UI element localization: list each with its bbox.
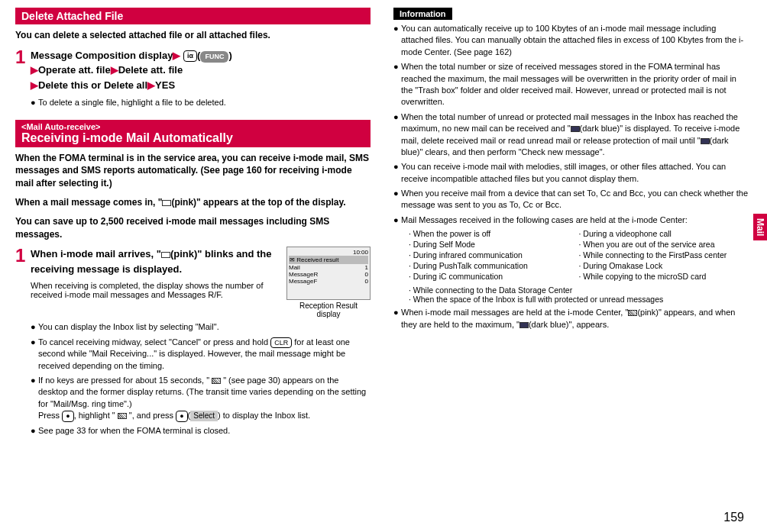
auto-intro-1: When the FOMA terminal is in the service… (15, 152, 371, 190)
step1-text-e: YES (155, 79, 175, 91)
bullet-icon: ● (393, 61, 401, 108)
screen-time: 10:00 (289, 249, 368, 256)
center-mail-icon (628, 310, 637, 316)
txt: (dark blue)", appears. (529, 320, 609, 329)
txt: If no keys are pressed for about 15 seco… (38, 376, 212, 385)
txt: to display the Inbox list. (221, 411, 310, 420)
delete-intro: You can delete a selected attached file … (15, 29, 371, 42)
list-item: · While copying to the microSD card (579, 272, 749, 281)
screen-row: Mail (289, 264, 300, 271)
info-b5: When you receive mail from a device that… (401, 188, 749, 211)
clr-key-icon: CLR (270, 337, 292, 349)
list-item: · When you are out of the service area (579, 240, 749, 249)
txt: To cancel receiving midway, select "Canc… (38, 337, 270, 347)
screen-title: Received result (296, 256, 338, 263)
phone-screen: 10:00 ✉ Received result Mail1 MessageR0 … (286, 247, 371, 300)
bullet-icon: ● (31, 321, 38, 333)
step1-bullet: To delete a single file, highlight a fil… (38, 97, 371, 108)
screen-row: MessageR (289, 271, 318, 278)
bullet-icon: ● (31, 375, 38, 422)
figure-caption: Reception Result display (286, 301, 371, 318)
information-label: Information (393, 8, 452, 20)
list-item: · During a videophone call (579, 229, 749, 238)
step-1: 1 Message Composition display▶ iα(FUNC) … (15, 48, 371, 112)
bullet-icon: ● (393, 214, 401, 226)
func-button-icon: FUNC (200, 51, 228, 63)
step2-b2: To cancel receiving midway, select "Canc… (38, 337, 371, 372)
list-item: · During Omakase Lock (579, 261, 749, 270)
list-item: · When the space of the Inbox is full wi… (409, 295, 749, 304)
bullet-icon: ● (31, 425, 38, 437)
envelope-darkblue-icon (701, 138, 710, 144)
bullet-icon: ● (393, 307, 401, 330)
info-b4: You can receive i-mode mail with melodie… (401, 161, 749, 185)
arrow-icon: ▶ (31, 79, 38, 91)
held-cases-list: · When the power is off · During Self Mo… (409, 229, 749, 282)
screen-val: 1 (365, 264, 368, 271)
ialpha-key-icon: iα (183, 50, 197, 63)
bullet-icon: ● (31, 97, 38, 108)
step2-b4: See page 33 for when the FOMA terminal i… (38, 425, 371, 437)
mail-auto-tag: <Mail Auto-receive> (21, 122, 364, 131)
screen-val: 0 (365, 278, 368, 285)
reception-result-figure: 10:00 ✉ Received result Mail1 MessageR0 … (286, 247, 371, 318)
info-b6: Mail Messages received in the following … (401, 214, 749, 226)
bullet-icon: ● (31, 337, 38, 372)
new-mail-desktop-icon (118, 413, 127, 419)
list-item: · When the power is off (409, 229, 579, 238)
step2-b1: You can display the Inbox list by select… (38, 321, 371, 333)
step1-text-d: Delete this or Delete all (38, 79, 147, 91)
info-b3: When the total number of unread or prote… (401, 111, 749, 159)
bullet-icon: ● (393, 161, 401, 185)
list-item: · During iC communication (409, 272, 579, 281)
envelope-darkblue-icon (571, 126, 580, 132)
nav-key-icon: ● (176, 411, 187, 422)
auto-intro-2: When a mail message comes in, "(pink)" a… (15, 196, 371, 209)
list-item: · While connecting to the FirstPass cent… (579, 250, 749, 260)
step1-text-c: Delete att. file (118, 64, 183, 76)
step-number: 1 (15, 247, 31, 440)
bullet-icon: ● (393, 188, 401, 211)
mail-auto-receive-block: <Mail Auto-receive> Receiving i-mode Mai… (15, 120, 371, 147)
mail-auto-header: Receiving i-mode Mail Automatically (21, 131, 364, 145)
left-column: Delete Attached File You can delete a se… (15, 8, 371, 444)
step-number: 1 (15, 48, 31, 112)
bullet-icon: ● (393, 23, 401, 58)
side-tab-mail: Mail (753, 214, 767, 240)
screen-val: 0 (365, 271, 368, 278)
arrow-icon: ▶ (173, 50, 180, 61)
step1-title: Message Composition display▶ iα(FUNC) ▶O… (31, 48, 371, 93)
txt: ", and press (127, 411, 176, 420)
bullet-icon: ● (393, 111, 401, 159)
select-softkey-icon: Select (190, 411, 218, 421)
step1-text-a: Message Composition display (31, 50, 173, 61)
txt: Press (38, 411, 62, 420)
arrow-icon: ▶ (147, 79, 155, 91)
center-mail-darkblue-icon (519, 322, 529, 328)
nav-key-icon: ● (62, 411, 73, 422)
arrow-icon: ▶ (111, 64, 118, 76)
list-item: · While connecting to the Data Storage C… (409, 285, 749, 295)
list-item: · During Self Mode (409, 240, 579, 249)
envelope-icon (162, 200, 171, 206)
info-b7: When i-mode mail messages are held at th… (401, 307, 749, 330)
info-b2: When the total number or size of receive… (401, 61, 749, 108)
info-b1: You can automatically receive up to 100 … (401, 23, 749, 58)
envelope-icon (161, 252, 170, 258)
step2-b3: If no keys are pressed for about 15 seco… (38, 375, 371, 422)
list-item: · During PushTalk communication (409, 261, 579, 270)
new-mail-desktop-icon (212, 378, 221, 384)
arrow-icon: ▶ (31, 64, 38, 76)
auto-intro-3: You can save up to 2,500 received i-mode… (15, 215, 371, 241)
page-number: 159 (723, 511, 744, 524)
step1-text-b: Operate att. file (38, 64, 111, 76)
txt: When i-mode mail messages are held at th… (401, 308, 628, 317)
screen-row: MessageF (289, 278, 317, 285)
step-1b: 1 10:00 ✉ Received result Mail1 MessageR… (15, 247, 371, 440)
right-column: Information ●You can automatically recei… (393, 8, 749, 444)
list-item: · During infrared communication (409, 250, 579, 260)
delete-attached-header: Delete Attached File (15, 8, 371, 24)
txt: , highlight " (74, 411, 118, 420)
